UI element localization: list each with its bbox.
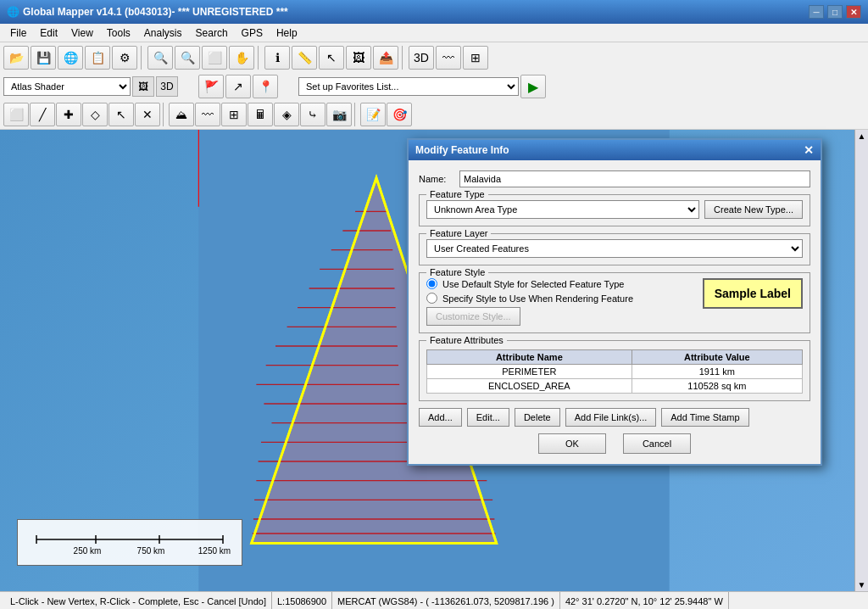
use-default-style-radio[interactable]	[426, 278, 437, 289]
open-button[interactable]: 📂	[3, 46, 29, 70]
grid-button[interactable]: ⊞	[463, 46, 488, 70]
menu-edit[interactable]: Edit	[33, 25, 64, 41]
capture-button[interactable]: 📷	[326, 103, 352, 126]
zoom-out-button[interactable]: 🔍	[175, 46, 200, 70]
lidar-button[interactable]: ◈	[274, 103, 299, 126]
coord-button[interactable]: 🎯	[387, 103, 412, 126]
pan-button[interactable]: ✋	[229, 46, 254, 70]
calc-button[interactable]: 🖩	[248, 103, 273, 126]
info-button[interactable]: ℹ	[264, 46, 290, 70]
menu-bar: File Edit View Tools Analysis Search GPS…	[0, 24, 868, 42]
feature-type-dropdown[interactable]: Unknown Area Type	[426, 200, 699, 219]
contour-button[interactable]: 〰	[436, 46, 461, 70]
feature-layer-title: Feature Layer	[426, 228, 491, 238]
maximize-button[interactable]: □	[827, 5, 843, 19]
measure-button[interactable]: 📏	[292, 46, 317, 70]
table-row[interactable]: PERIMETER1911 km	[427, 365, 803, 379]
menu-help[interactable]: Help	[270, 25, 304, 41]
draw-point-button[interactable]: ✚	[56, 103, 81, 126]
path-button[interactable]: ⤷	[300, 103, 326, 126]
favorites-dropdown[interactable]: Set up Favorites List...	[298, 77, 519, 96]
feature-attrs-title: Feature Attributes	[426, 335, 507, 345]
feature-type-group: Feature Type Unknown Area Type Create Ne…	[419, 194, 810, 226]
waypoint-button[interactable]: 📍	[253, 75, 278, 98]
edit-attribute-button[interactable]: Edit...	[467, 408, 509, 427]
draw-area-button[interactable]: ⬜	[3, 103, 29, 126]
route-button[interactable]: ↗	[225, 75, 251, 98]
add-attribute-button[interactable]: Add...	[419, 408, 462, 427]
status-segment3: MERCAT (WGS84) - ( -1136261.073, 5209817…	[332, 592, 560, 609]
main-area: 250 km 750 km 1250 km ▲ ▼ Modify Feature…	[0, 130, 868, 591]
play-button[interactable]: ▶	[520, 75, 546, 98]
app-icon: 🌐	[7, 6, 19, 18]
menu-search[interactable]: Search	[189, 25, 235, 41]
customize-style-button[interactable]: Customize Style...	[426, 307, 520, 326]
attributes-table: Attribute Name Attribute Value PERIMETER…	[426, 349, 803, 394]
delete-feature-button[interactable]: ✕	[135, 103, 160, 126]
create-new-type-button[interactable]: Create New Type...	[704, 200, 803, 219]
status-bar: L-Click - New Vertex, R-Click - Complete…	[0, 591, 868, 609]
menu-gps[interactable]: GPS	[235, 25, 270, 41]
close-button[interactable]: ✕	[846, 5, 861, 19]
menu-view[interactable]: View	[64, 25, 100, 41]
toolbar-row2: Atlas Shader 🖼 3D 🚩 ↗ 📍 Set up Favorites…	[0, 73, 868, 100]
status-segment4: 42° 31' 0.2720" N, 10° 12' 25.9448" W	[560, 592, 729, 609]
menu-tools[interactable]: Tools	[100, 25, 137, 41]
ok-button[interactable]: OK	[538, 433, 606, 454]
menu-analysis[interactable]: Analysis	[137, 25, 189, 41]
zoom-in-button[interactable]: 🔍	[147, 46, 173, 70]
script-button[interactable]: 📝	[360, 103, 386, 126]
specify-style-label: Specify Style to Use When Rendering Feat…	[442, 293, 633, 304]
zoom-window-button[interactable]: ⬜	[202, 46, 227, 70]
globe-button[interactable]: 🌐	[58, 46, 83, 70]
sample-label: Sample Label	[703, 278, 803, 309]
flag-button[interactable]: 🚩	[198, 75, 224, 98]
feature-style-group: Feature Style Use Default Style for Sele…	[419, 272, 810, 333]
feature-layer-dropdown[interactable]: User Created Features	[426, 239, 803, 258]
3d-view-button[interactable]: 3D	[156, 76, 178, 97]
customize-row: Customize Style...	[426, 307, 694, 326]
elevation-tool[interactable]: ⛰	[169, 103, 194, 126]
separator4	[163, 103, 166, 126]
separator1	[141, 46, 144, 70]
select-button[interactable]: ↖	[319, 46, 344, 70]
delete-attribute-button[interactable]: Delete	[515, 408, 560, 427]
save-button[interactable]: 💾	[31, 46, 56, 70]
separator3	[402, 46, 405, 70]
config-button[interactable]: ⚙	[112, 46, 137, 70]
attr-col1-header: Attribute Name	[427, 350, 632, 365]
separator5	[354, 103, 358, 126]
table-row[interactable]: ENCLOSED_AREA110528 sq km	[427, 379, 803, 394]
toolbar-row3: ⬜ ╱ ✚ ◇ ↖ ✕ ⛰ 〰 ⊞ 🖩 ◈ ⤷ 📷 📝 🎯	[0, 100, 868, 129]
layer-button[interactable]: 📋	[85, 46, 110, 70]
name-row: Name:	[419, 170, 810, 187]
dialog-title-bar: Modify Feature Info ✕	[409, 140, 821, 160]
3d-button[interactable]: 3D	[409, 46, 434, 70]
separator2	[258, 46, 261, 70]
status-segment1: L-Click - New Vertex, R-Click - Complete…	[5, 592, 272, 609]
feature-style-inner: Use Default Style for Selected Feature T…	[426, 278, 803, 326]
contour-tool[interactable]: 〰	[195, 103, 220, 126]
attr-value-cell: 110528 sq km	[632, 379, 802, 394]
shader-dropdown[interactable]: Atlas Shader	[3, 77, 131, 96]
use-default-style-label: Use Default Style for Selected Feature T…	[442, 279, 624, 289]
export-button[interactable]: 📤	[373, 46, 398, 70]
attribute-buttons-row: Add... Edit... Delete Add File Link(s)..…	[419, 408, 810, 427]
name-input[interactable]	[459, 170, 810, 187]
radio-row1: Use Default Style for Selected Feature T…	[426, 278, 694, 289]
specify-style-radio[interactable]	[426, 293, 437, 304]
dialog-close-button[interactable]: ✕	[804, 143, 814, 157]
add-time-stamp-button[interactable]: Add Time Stamp	[661, 408, 748, 427]
shader-options-button[interactable]: 🖼	[132, 76, 154, 97]
modal-overlay: Modify Feature Info ✕ Name: Feature Type…	[0, 130, 868, 591]
status-segment2: L:15086900	[272, 592, 332, 609]
render-button[interactable]: 🖼	[346, 46, 371, 70]
draw-line-button[interactable]: ╱	[30, 103, 55, 126]
minimize-button[interactable]: ─	[809, 5, 824, 19]
select-feature-button[interactable]: ↖	[108, 103, 134, 126]
edit-vertex-button[interactable]: ◇	[82, 103, 108, 126]
add-file-link-button[interactable]: Add File Link(s)...	[565, 408, 657, 427]
cancel-button[interactable]: Cancel	[623, 433, 691, 454]
menu-file[interactable]: File	[3, 25, 33, 41]
grid-tool[interactable]: ⊞	[221, 103, 247, 126]
